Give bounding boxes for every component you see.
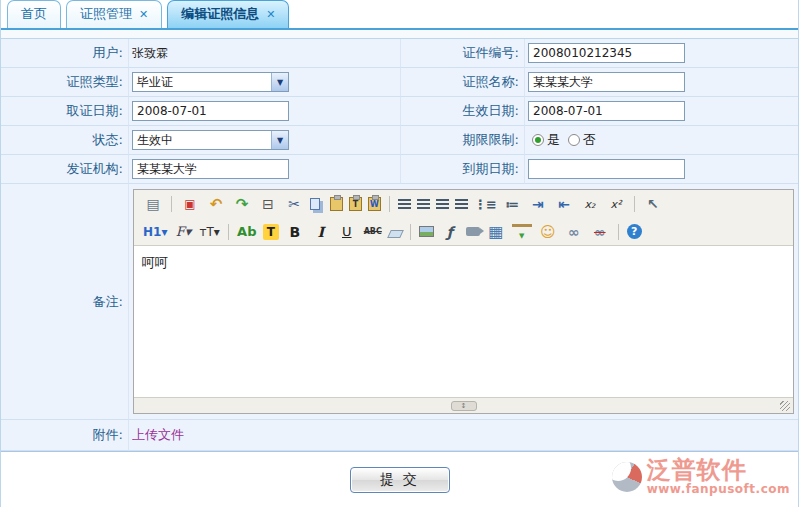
undo-icon[interactable]: ↶ xyxy=(206,194,226,214)
page: 首页 证照管理 ✕ 编辑证照信息 ✕ 用户: 张致霖 证件编号: 证照类型: 毕… xyxy=(0,0,799,507)
footer: 提 交 泛普软件 www.fanpusoft.com xyxy=(1,452,798,506)
toolbar-separator xyxy=(171,196,172,212)
copy-icon[interactable] xyxy=(310,198,320,210)
certificate-type-selected: 毕业证 xyxy=(133,74,271,91)
italic-icon[interactable]: I xyxy=(311,222,331,242)
term-limit-radio-yes[interactable] xyxy=(532,134,544,146)
term-limit-label: 期限限制: xyxy=(401,126,525,155)
tab-substrip xyxy=(1,30,798,39)
tab-home[interactable]: 首页 xyxy=(7,0,61,28)
indent-icon[interactable]: ⇥ xyxy=(528,194,548,214)
horizontal-rule-icon[interactable]: ▼ xyxy=(512,224,532,244)
font-color-icon[interactable]: Ab xyxy=(237,222,257,242)
certificate-number-input[interactable] xyxy=(528,43,685,63)
paste-text-icon[interactable]: T xyxy=(349,197,362,211)
close-icon[interactable]: ✕ xyxy=(139,8,148,21)
fullscreen-icon[interactable]: ▣ xyxy=(180,194,200,214)
term-limit-radio-no[interactable] xyxy=(568,134,580,146)
unordered-list-icon[interactable]: ≔ xyxy=(502,194,522,214)
source-icon[interactable]: ▤ xyxy=(143,194,163,214)
tab-edit-certificate-info-label: 编辑证照信息 xyxy=(181,5,259,23)
term-limit-radio-no-label[interactable]: 否 xyxy=(583,131,596,149)
remark-label: 备注: xyxy=(1,184,129,420)
vendor-url: www.fanpusoft.com xyxy=(647,482,790,496)
tab-certificate-management[interactable]: 证照管理 ✕ xyxy=(66,0,162,28)
align-left-icon[interactable] xyxy=(398,199,411,210)
remove-format-icon[interactable] xyxy=(387,230,404,238)
ordered-list-icon[interactable]: ⋮≡ xyxy=(474,194,496,214)
highlight-color-icon[interactable]: T xyxy=(263,224,279,240)
editor-resize-handle-icon[interactable]: ↕ xyxy=(451,401,477,411)
align-center-icon[interactable] xyxy=(417,199,430,210)
unlink-icon[interactable]: ∞ xyxy=(590,222,610,242)
upload-file-link[interactable]: 上传文件 xyxy=(132,426,184,444)
issuing-agency-input[interactable] xyxy=(132,159,289,179)
toolbar-separator xyxy=(618,224,619,240)
select-cursor-icon[interactable]: ↖ xyxy=(643,194,663,214)
user-label: 用户: xyxy=(1,39,129,68)
certificate-name-input[interactable] xyxy=(528,72,685,92)
certificate-number-label: 证件编号: xyxy=(401,39,525,68)
editor-statusbar: ↕ xyxy=(134,397,793,413)
link-icon[interactable]: ∞ xyxy=(564,222,584,242)
subscript-icon[interactable]: x₂ xyxy=(580,194,600,214)
user-value: 张致霖 xyxy=(129,39,401,68)
effective-date-input[interactable] xyxy=(528,101,685,121)
expiry-date-input[interactable] xyxy=(528,159,685,179)
certificate-type-label: 证照类型: xyxy=(1,68,129,97)
status-selected: 生效中 xyxy=(133,132,271,149)
attachment-label: 附件: xyxy=(1,420,129,451)
certificate-type-select[interactable]: 毕业证 ▼ xyxy=(132,72,289,92)
editor-toolbar-row1: ▤▣↶↷⊟✂TW⋮≡≔⇥⇤x₂x²↖ xyxy=(134,190,793,218)
cut-icon[interactable]: ✂ xyxy=(284,194,304,214)
tab-bar: 首页 证照管理 ✕ 编辑证照信息 ✕ xyxy=(1,0,798,30)
vendor-logo: 泛普软件 www.fanpusoft.com xyxy=(612,458,790,496)
heading-icon[interactable]: H1▾ xyxy=(143,222,167,242)
paste-word-icon[interactable]: W xyxy=(368,197,381,211)
editor-content[interactable]: 呵呵 xyxy=(134,246,793,397)
vendor-name: 泛普软件 xyxy=(647,458,790,482)
certificate-form: 用户: 张致霖 证件编号: 证照类型: 毕业证 ▼ 证照名称: 取证日期: 生效… xyxy=(1,39,798,452)
tab-edit-certificate-info[interactable]: 编辑证照信息 ✕ xyxy=(167,0,289,28)
toolbar-separator xyxy=(410,224,411,240)
issuing-agency-label: 发证机构: xyxy=(1,155,129,184)
strikethrough-icon[interactable]: ABC xyxy=(363,222,383,242)
submit-button[interactable]: 提 交 xyxy=(350,467,450,493)
rich-text-editor: ▤▣↶↷⊟✂TW⋮≡≔⇥⇤x₂x²↖ H1▾F▾тT▾AbTBIUABCƒ▦▼☺… xyxy=(133,189,794,414)
print-icon[interactable]: ⊟ xyxy=(258,194,278,214)
obtain-date-input[interactable] xyxy=(132,101,289,121)
status-select[interactable]: 生效中 ▼ xyxy=(132,130,289,150)
redo-icon[interactable]: ↷ xyxy=(232,194,252,214)
align-right-icon[interactable] xyxy=(436,199,449,210)
close-icon[interactable]: ✕ xyxy=(266,8,275,21)
font-size-icon[interactable]: тT▾ xyxy=(199,222,219,242)
chevron-down-icon[interactable]: ▼ xyxy=(271,131,288,149)
paste-icon[interactable] xyxy=(330,197,343,211)
tab-certificate-management-label: 证照管理 xyxy=(80,5,132,23)
bold-icon[interactable]: B xyxy=(285,222,305,242)
chevron-down-icon[interactable]: ▼ xyxy=(271,73,288,91)
toolbar-separator xyxy=(389,196,390,212)
insert-flash-icon[interactable]: ƒ xyxy=(440,222,460,242)
help-icon[interactable]: ? xyxy=(627,224,642,239)
align-justify-icon[interactable] xyxy=(455,199,468,210)
tab-home-label: 首页 xyxy=(21,5,47,23)
toolbar-separator xyxy=(228,224,229,240)
insert-table-icon[interactable]: ▦ xyxy=(486,222,506,242)
insert-image-icon[interactable] xyxy=(419,226,434,237)
fanpu-logo-icon xyxy=(612,462,642,492)
emoticon-icon[interactable]: ☺ xyxy=(538,222,558,242)
toolbar-separator xyxy=(634,196,635,212)
effective-date-label: 生效日期: xyxy=(401,97,525,126)
font-family-icon[interactable]: F▾ xyxy=(173,222,193,242)
editor-corner-resize-icon[interactable] xyxy=(780,401,790,411)
insert-video-icon[interactable] xyxy=(466,227,480,236)
outdent-icon[interactable]: ⇤ xyxy=(554,194,574,214)
underline-icon[interactable]: U xyxy=(337,222,357,242)
status-label: 状态: xyxy=(1,126,129,155)
superscript-icon[interactable]: x² xyxy=(606,194,626,214)
certificate-name-label: 证照名称: xyxy=(401,68,525,97)
term-limit-radio-yes-label[interactable]: 是 xyxy=(547,131,560,149)
editor-toolbar-row2: H1▾F▾тT▾AbTBIUABCƒ▦▼☺∞∞? xyxy=(134,218,793,246)
obtain-date-label: 取证日期: xyxy=(1,97,129,126)
